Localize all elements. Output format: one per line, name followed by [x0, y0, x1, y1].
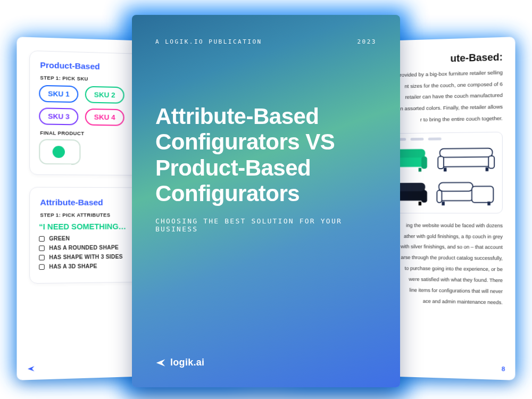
sku-pill: SKU 1 — [39, 85, 78, 103]
sku-pill: SKU 4 — [85, 109, 124, 126]
title-line: Product-Based — [155, 155, 311, 180]
couch-outline-icon — [436, 143, 496, 172]
brand-logo: logik.ai — [155, 357, 377, 368]
cover-page: A LOGIK.IO PUBLICATION 2023 Attribute-Ba… — [132, 15, 400, 387]
option-label: GREEN — [49, 236, 70, 242]
cover-title-block: Attribute-Based Configurators VS Product… — [155, 104, 377, 240]
publication-mockup: Product-Based STEP 1: PICK SKU SKU 1 SKU… — [0, 0, 532, 399]
sku-pill: SKU 2 — [85, 86, 124, 104]
year-label: 2023 — [358, 38, 377, 45]
product-swatch-icon — [53, 146, 65, 158]
checkbox-icon — [39, 264, 45, 269]
publisher-label: A LOGIK.IO PUBLICATION — [155, 38, 262, 45]
cover-title: Attribute-Based Configurators VS Product… — [155, 104, 377, 206]
option-label: HAS A ROUNDED SHAPE — [49, 244, 119, 251]
svg-rect-15 — [421, 190, 427, 202]
brand-text: logik.ai — [170, 357, 204, 368]
svg-rect-20 — [472, 186, 493, 203]
title-line: Configurators VS — [155, 129, 335, 154]
svg-rect-10 — [444, 168, 446, 171]
cover-header: A LOGIK.IO PUBLICATION 2023 — [155, 38, 377, 45]
cover-subtitle: CHOOSING THE BEST SOLUTION FOR YOUR BUSI… — [155, 217, 377, 233]
checkbox-icon — [39, 255, 45, 260]
svg-rect-7 — [440, 148, 493, 157]
checkbox-icon — [39, 236, 45, 241]
option-label: HAS A 3D SHAPE — [49, 263, 97, 270]
title-line: Configurators — [155, 181, 300, 206]
page-number: 8 — [502, 365, 505, 372]
svg-rect-11 — [486, 167, 489, 171]
svg-rect-23 — [487, 201, 491, 205]
checkbox-icon — [39, 245, 45, 251]
svg-rect-22 — [442, 202, 444, 205]
svg-rect-8 — [438, 156, 444, 168]
svg-rect-19 — [439, 182, 473, 191]
svg-rect-9 — [488, 156, 494, 168]
paper-plane-icon — [155, 358, 166, 368]
logo-small-icon — [27, 365, 35, 373]
sku-pill: SKU 3 — [39, 107, 78, 125]
svg-rect-17 — [419, 202, 421, 205]
svg-rect-5 — [419, 168, 421, 171]
couch-sectional-outline-icon — [436, 177, 496, 206]
svg-rect-21 — [437, 190, 442, 202]
option-label: HAS SHAPE WITH 3 SIDES — [49, 254, 122, 261]
final-product-box — [39, 139, 80, 164]
title-line: Attribute-Based — [155, 104, 319, 129]
svg-rect-3 — [421, 156, 427, 169]
